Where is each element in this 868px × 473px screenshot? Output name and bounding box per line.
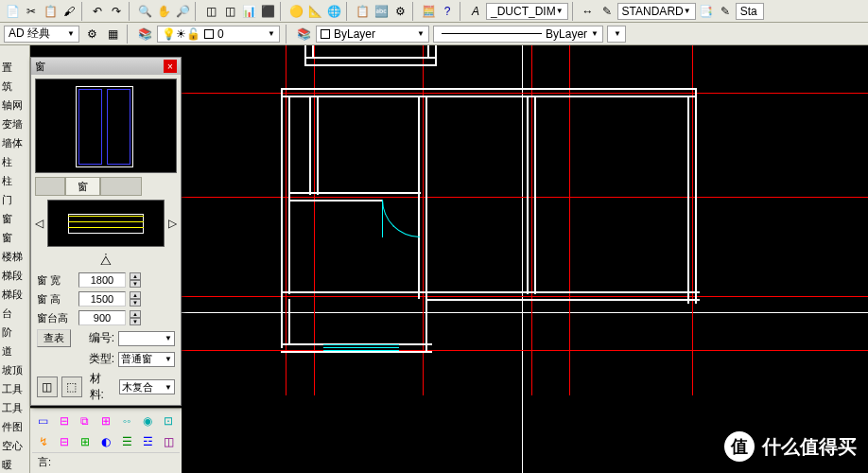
sidebar-item[interactable]: 置 — [0, 57, 29, 76]
wall-line — [288, 200, 383, 201]
sidebar-item[interactable]: 梯段 — [0, 284, 29, 303]
zoom-extents-icon[interactable]: 🔎 — [174, 3, 191, 20]
sidebar-item[interactable]: 门 — [0, 189, 29, 208]
toolbar-icon[interactable]: 📄 — [4, 3, 21, 20]
sidebar-item[interactable]: 工具 — [0, 378, 29, 397]
layers-icon[interactable]: 📚 — [136, 26, 153, 43]
spinner-down[interactable]: ▼ — [130, 318, 141, 325]
text-icon[interactable]: A — [467, 3, 484, 20]
sidebar-item[interactable]: 窗 — [0, 227, 29, 246]
settings-icon[interactable]: ⚙ — [83, 26, 100, 43]
sidebar-item[interactable]: 墙体 — [0, 132, 29, 151]
tool-icon[interactable]: ◫ — [37, 377, 58, 397]
window-symbol-preview[interactable] — [47, 200, 165, 247]
sidebar-item[interactable]: 变墙 — [0, 114, 29, 132]
sill-input[interactable] — [78, 310, 126, 325]
sidebar-item[interactable]: 柱 — [0, 170, 29, 189]
redo-icon[interactable]: ↷ — [108, 3, 125, 20]
tab-window[interactable]: 窗 — [65, 177, 100, 196]
sidebar-item[interactable]: 坡顶 — [0, 359, 29, 378]
sidebar-item[interactable]: 空心 — [0, 435, 29, 454]
sidebar-item[interactable]: 暖 — [0, 454, 29, 473]
toolbar-icon[interactable]: ▦ — [104, 26, 121, 43]
tool-icon[interactable]: ⊞ — [96, 412, 114, 429]
tool-icon[interactable]: ↯ — [34, 433, 52, 450]
tool-icon[interactable]: ⬚ — [61, 377, 82, 397]
tool-icon[interactable]: ☲ — [139, 433, 157, 450]
layer-tool-icon[interactable]: 📚 — [295, 26, 312, 43]
toolbar-icon[interactable]: 🌐 — [325, 3, 342, 20]
toolbar-icon[interactable]: ✂ — [23, 3, 40, 20]
settings-icon[interactable]: ⚙ — [391, 3, 408, 20]
toolbar-icon[interactable]: ✎ — [717, 3, 734, 20]
toolbar-icon[interactable]: ◫ — [221, 3, 238, 20]
tool-icon[interactable]: ⊟ — [55, 412, 73, 429]
toolbar-icon[interactable]: 📋 — [42, 3, 59, 20]
sidebar-item[interactable]: 件图 — [0, 416, 29, 435]
sidebar-item[interactable]: 台 — [0, 303, 29, 322]
tool-icon[interactable]: ◐ — [96, 433, 114, 450]
toolbar-icon[interactable]: 🟡 — [287, 3, 304, 20]
toolbar-icon[interactable]: ◫ — [202, 3, 219, 20]
close-icon[interactable]: × — [164, 60, 177, 73]
mirror-icon[interactable]: ⧊ — [31, 251, 181, 271]
calc-icon[interactable]: 🧮 — [420, 3, 437, 20]
width-label: 窗 宽 — [37, 273, 75, 288]
spinner-down[interactable]: ▼ — [130, 280, 141, 288]
tool-icon[interactable]: ⊟ — [55, 433, 73, 450]
sidebar-item[interactable]: 轴网 — [0, 95, 29, 114]
tool-icon[interactable]: ◉ — [139, 412, 157, 429]
help-icon[interactable]: ? — [439, 3, 456, 20]
panel-titlebar[interactable]: 窗 × — [31, 58, 181, 75]
workspace-combo[interactable]: AD 经典 ▼ — [4, 26, 79, 43]
arrow-left-icon[interactable]: ◁ — [35, 217, 43, 230]
height-input[interactable] — [78, 291, 126, 307]
tool-icon[interactable]: ☰ — [118, 433, 136, 450]
pan-icon[interactable]: ✋ — [155, 3, 172, 20]
toolbar-icon[interactable]: 🔤 — [373, 3, 390, 20]
sidebar-item[interactable]: 楼梯 — [0, 246, 29, 265]
type-combo[interactable]: 普通窗▼ — [118, 352, 175, 367]
textstyle-dropdown[interactable]: STANDARD ▼ — [617, 3, 696, 20]
sidebar-item[interactable]: 窗 — [0, 208, 29, 227]
arrow-right-icon[interactable]: ▷ — [168, 217, 177, 230]
tool-icon[interactable]: ⊞ — [76, 433, 94, 450]
tool-icon[interactable]: ⊡ — [160, 412, 178, 429]
number-combo[interactable]: ▼ — [118, 331, 175, 346]
spinner-up[interactable]: ▲ — [130, 310, 141, 318]
toolbar-icon[interactable]: ⬛ — [259, 3, 276, 20]
spinner-up[interactable]: ▲ — [130, 291, 141, 299]
dim-icon[interactable]: ↔ — [580, 3, 597, 20]
lineweight-combo[interactable]: ▼ — [607, 26, 626, 43]
toolbar-icon[interactable]: 🖌 — [61, 3, 78, 20]
tool-icon[interactable]: ⧉ — [76, 412, 94, 429]
sidebar-item[interactable]: 筑 — [0, 76, 29, 95]
toolbar-icon[interactable]: 📐 — [306, 3, 323, 20]
toolbar-icon[interactable]: 📑 — [698, 3, 715, 20]
zoom-icon[interactable]: 🔍 — [136, 3, 153, 20]
sidebar-item[interactable]: 工具 — [0, 397, 29, 416]
tool-icon[interactable]: ▭ — [34, 412, 52, 429]
tab-blank2[interactable] — [100, 177, 142, 196]
style3-dropdown[interactable]: Sta — [736, 3, 764, 20]
lookup-button[interactable]: 查表 — [37, 329, 71, 347]
width-input[interactable] — [78, 272, 126, 288]
material-combo[interactable]: 木复合▼ — [119, 379, 175, 394]
sidebar-item[interactable]: 梯段 — [0, 265, 29, 284]
layer-combo[interactable]: 💡 ☀ 🔓 0 ▼ — [157, 26, 280, 43]
color-combo[interactable]: ByLayer ▼ — [316, 26, 429, 43]
spinner-down[interactable]: ▼ — [130, 299, 141, 307]
toolbar-icon[interactable]: 📊 — [240, 3, 257, 20]
tool-icon[interactable]: ◫ — [160, 433, 178, 450]
spinner-up[interactable]: ▲ — [130, 272, 141, 280]
tool-icon[interactable]: ◦◦ — [118, 412, 136, 429]
edit-icon[interactable]: ✎ — [599, 3, 616, 20]
linetype-combo[interactable]: ByLayer ▼ — [433, 26, 603, 43]
sidebar-item[interactable]: 柱 — [0, 151, 29, 170]
sidebar-item[interactable]: 道 — [0, 341, 29, 359]
undo-icon[interactable]: ↶ — [89, 3, 106, 20]
sidebar-item[interactable]: 阶 — [0, 322, 29, 341]
toolbar-icon[interactable]: 📋 — [354, 3, 371, 20]
dimstyle-dropdown[interactable]: _DUCT_DIM ▼ — [486, 3, 568, 20]
tab-blank[interactable] — [35, 177, 65, 196]
